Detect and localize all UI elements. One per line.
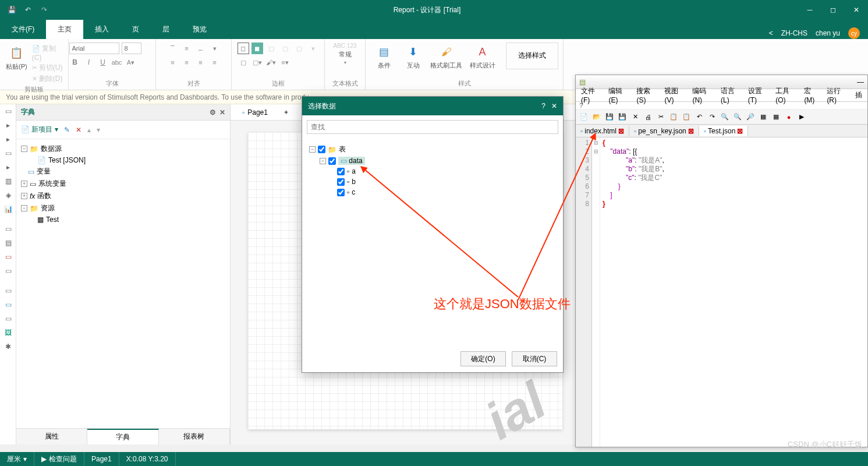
tool-barcode[interactable]: ▥ <box>0 175 16 187</box>
align-bot-icon[interactable]: ⎽ <box>195 43 207 54</box>
tab-file[interactable]: 文件(F) <box>0 20 46 39</box>
fill-icon[interactable]: ◼ <box>251 43 263 54</box>
select-style-button[interactable]: 选择样式 <box>506 43 558 69</box>
data-toggle[interactable]: − <box>320 158 326 164</box>
field-a[interactable]: a <box>352 167 356 175</box>
field-c[interactable]: c <box>352 188 355 196</box>
maximize-button[interactable]: ◻ <box>821 0 845 20</box>
tool-5[interactable]: ▸ <box>0 161 16 173</box>
minimize-button[interactable]: ─ <box>798 0 821 20</box>
share-icon[interactable]: < <box>769 29 773 37</box>
tab-dictionary[interactable]: 字典 <box>87 429 158 444</box>
tool-3[interactable]: ▸ <box>0 133 16 145</box>
ds-toggle[interactable]: − <box>21 146 27 152</box>
sysvars-label[interactable]: 系统变量 <box>38 179 66 189</box>
tb-zoom-icon[interactable]: 🔎 <box>745 111 756 123</box>
editor-tab-2[interactable]: ▫pe_sn_key.json⊠ <box>629 126 699 136</box>
tb-saveall-icon[interactable]: 💾 <box>617 111 628 123</box>
test-json-node[interactable]: Test [JSON] <box>48 156 86 164</box>
italic-icon[interactable]: I <box>83 57 95 68</box>
align-center-icon[interactable]: ≡ <box>181 57 193 68</box>
tb-undo-icon[interactable]: ↶ <box>693 111 705 123</box>
new-item-button[interactable]: 📄 新项目 ▾ <box>21 125 58 135</box>
c-check[interactable] <box>337 189 345 196</box>
font-family-input[interactable] <box>69 43 119 54</box>
strike-icon[interactable]: abc <box>111 57 123 68</box>
delete-button[interactable]: ✕ 删除(D) <box>32 74 65 84</box>
paste-button[interactable]: 📋 粘贴(P) <box>3 43 30 71</box>
page-tab-1[interactable]: ▫Page1 <box>234 106 276 119</box>
align-left-icon[interactable]: ≡ <box>167 57 179 68</box>
tb-new-icon[interactable]: 📄 <box>578 111 590 123</box>
tb-rec-icon[interactable]: ● <box>783 111 795 123</box>
tb-open-icon[interactable]: 📂 <box>591 111 603 123</box>
tool-wrench[interactable]: ✱ <box>0 341 16 352</box>
res-test-label[interactable]: Test <box>46 216 59 224</box>
editor-body[interactable]: 12345678 ⊟⊟ { "data": [{ "a": "我是A", "b"… <box>576 137 867 447</box>
tool-9[interactable]: ▭ <box>0 251 16 263</box>
editor-tab-3[interactable]: ▫Test.json⊠ <box>699 126 749 136</box>
dict-delete-icon[interactable]: ✕ <box>76 126 82 134</box>
m-plugin[interactable]: 插 <box>852 89 865 101</box>
unit-indicator[interactable]: 厘米 ▾ <box>0 452 34 466</box>
bd3-icon[interactable]: ▢ <box>293 43 305 54</box>
tb-paste-icon[interactable]: 📋 <box>681 111 692 123</box>
tb-replace-icon[interactable]: 🔍 <box>732 111 743 123</box>
editor-tab-1[interactable]: ▫index.html⊠ <box>576 126 629 136</box>
brush-button[interactable]: 🖌格式刷工具 <box>429 41 464 70</box>
page-indicator[interactable]: Page1 <box>84 452 119 466</box>
align-mid-icon[interactable]: ≡ <box>181 43 193 54</box>
tb-close-icon[interactable]: ✕ <box>629 111 641 123</box>
tb-print-icon[interactable]: 🖨 <box>642 111 654 123</box>
bold-icon[interactable]: B <box>69 57 81 68</box>
tab-reporttree[interactable]: 报表树 <box>159 429 230 444</box>
font-color-icon[interactable]: A▾ <box>125 57 137 68</box>
border-all-icon[interactable]: ◻ <box>238 43 249 54</box>
bdb4-icon[interactable]: ≡▾ <box>279 57 291 68</box>
align-justify-icon[interactable]: ≡ <box>209 57 221 68</box>
field-b[interactable]: b <box>352 178 356 186</box>
tool-4[interactable]: ▭ <box>0 147 16 159</box>
datasource-label[interactable]: 数据源 <box>41 144 62 154</box>
cut-button[interactable]: ✂ 剪切(U) <box>32 63 65 73</box>
tool-11[interactable]: ▭ <box>0 285 16 296</box>
tool-7[interactable]: ▭ <box>0 223 16 235</box>
align-top-icon[interactable]: ⎺ <box>167 43 179 54</box>
tables-label[interactable]: 表 <box>339 144 346 154</box>
avatar[interactable]: cy <box>848 27 860 39</box>
tb-play-icon[interactable]: ▶ <box>796 111 807 123</box>
tbl-toggle[interactable]: − <box>309 146 316 153</box>
tool-14[interactable]: 🖼 <box>0 327 16 338</box>
tb-redo-icon[interactable]: ↷ <box>706 111 718 123</box>
b-check[interactable] <box>337 178 345 186</box>
tool-8[interactable]: ▤ <box>0 237 16 249</box>
code-area[interactable]: { "data": [{ "a": "我是A", "b": "我是B", "c"… <box>600 137 867 447</box>
tb-ext1-icon[interactable]: ▦ <box>757 111 769 123</box>
add-page-button[interactable]: + <box>276 106 296 119</box>
tb-cut-icon[interactable]: ✂ <box>655 111 667 123</box>
tab-insert[interactable]: 插入 <box>83 20 121 39</box>
res-toggle[interactable]: − <box>21 205 27 211</box>
a-check[interactable] <box>337 168 345 175</box>
font-size-input[interactable] <box>122 43 141 54</box>
data-check[interactable] <box>328 157 336 165</box>
tool-6[interactable]: ◈ <box>0 189 16 201</box>
data-node[interactable]: data <box>349 157 362 165</box>
bdb1-icon[interactable]: ▢ <box>238 57 249 68</box>
close-button[interactable]: ✕ <box>845 0 868 20</box>
tool-12[interactable]: ▭ <box>0 299 16 310</box>
fold-gutter[interactable]: ⊟⊟ <box>592 137 600 447</box>
redo-icon[interactable]: ↷ <box>37 3 51 17</box>
interact-button[interactable]: ⬇互动 <box>400 41 427 70</box>
tab-properties[interactable]: 属性 <box>16 429 87 444</box>
cancel-button[interactable]: 取消(C) <box>512 351 557 366</box>
tables-check[interactable] <box>318 146 325 153</box>
user-name[interactable]: chen yu <box>816 29 840 37</box>
tb-copy-icon[interactable]: 📋 <box>668 111 679 123</box>
tb-save-icon[interactable]: 💾 <box>604 111 615 123</box>
sysvar-toggle[interactable]: + <box>21 181 27 187</box>
underline-icon[interactable]: U <box>97 57 109 68</box>
tool-13[interactable]: ▭ <box>0 313 16 324</box>
bd2-icon[interactable]: ▢ <box>279 43 291 54</box>
dict-up-icon[interactable]: ▴ <box>87 126 91 134</box>
